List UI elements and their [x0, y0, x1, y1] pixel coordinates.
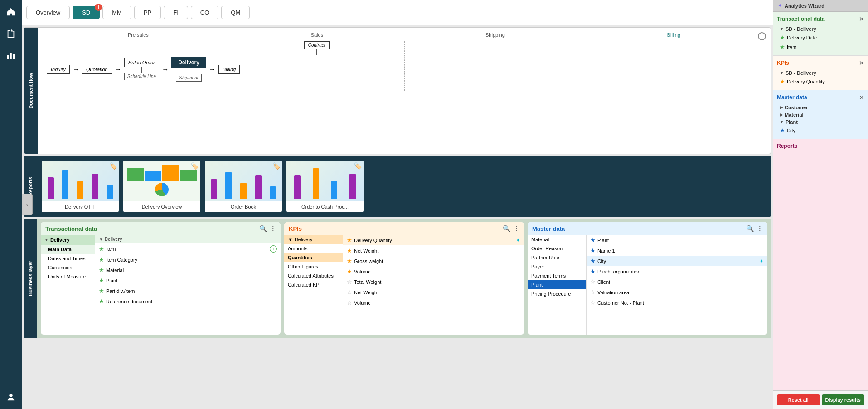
master-item-name1[interactable]: ★ Name 1: [587, 245, 767, 256]
kpis-calc-attrs[interactable]: Calculated Attributes: [284, 271, 343, 280]
trans-item-refdoc[interactable]: ★ Reference document: [95, 296, 281, 307]
right-master-section: Master data ✕ ▶ Customer ▶ Material ▼ Pl…: [773, 90, 868, 139]
tab-qm[interactable]: QM: [221, 6, 250, 19]
master-item-city[interactable]: ★ City ✦: [587, 256, 767, 266]
transactional-search-icon[interactable]: 🔍: [259, 225, 267, 232]
report-icon-1: 🏷️: [109, 162, 117, 170]
master-item-valuation[interactable]: ☆ Valuation area: [587, 287, 767, 297]
tree-main-data[interactable]: Main Data: [41, 245, 95, 254]
trans-item-category[interactable]: ★ Item Category: [95, 254, 281, 265]
trans-item-plant[interactable]: ★ Plant: [95, 275, 281, 286]
kpis-volume[interactable]: ★ Volume: [343, 266, 524, 277]
trans-refdoc-label: Reference document: [106, 299, 152, 304]
trans-item-material[interactable]: ★ Material: [95, 265, 281, 275]
grossw-star-icon: ★: [347, 258, 352, 264]
collapse-sidebar-button[interactable]: ‹: [22, 194, 33, 215]
flow-phases: Pre sales Sales Shipping Billing: [47, 32, 761, 38]
transactional-panel-icons: 🔍 ⋮: [259, 225, 276, 232]
kpis-delivery-label: Delivery: [295, 237, 313, 242]
tree-currencies[interactable]: Currencies: [41, 263, 95, 272]
right-plant-category[interactable]: ▼ Plant: [777, 118, 864, 126]
tab-fi[interactable]: FI: [164, 6, 188, 19]
master-name1-label: Name 1: [597, 248, 615, 253]
right-sd-delivery-category[interactable]: ▼ SD - Delivery: [777, 25, 864, 33]
tab-co[interactable]: CO: [191, 6, 219, 19]
display-results-button[interactable]: Display results: [822, 394, 865, 405]
svg-rect-0: [7, 55, 9, 59]
master-payment-terms[interactable]: Payment Terms: [528, 271, 586, 280]
tab-mm[interactable]: MM: [102, 6, 131, 19]
report-label-3: Order Book: [205, 201, 282, 212]
trans-item-item[interactable]: ★ Item +: [95, 243, 281, 254]
city-sparkle-icon: ✦: [759, 258, 764, 264]
right-master-title: Master data: [777, 94, 807, 101]
tree-delivery-header[interactable]: ▼ Delivery: [41, 235, 95, 245]
reset-all-button[interactable]: Reset all: [777, 394, 820, 405]
right-customer-category[interactable]: ▶ Customer: [777, 104, 864, 111]
right-kpis-close-icon[interactable]: ✕: [859, 59, 864, 67]
sidebar-icon-book[interactable]: [4, 26, 18, 41]
tab-sd[interactable]: SD 1: [73, 6, 100, 19]
kpis-delivery-qty[interactable]: ★ Delivery Quantity ✦: [343, 235, 524, 245]
kpis-calc-kpi[interactable]: Calculated KPI: [284, 280, 343, 289]
trans-item-partdlv[interactable]: ★ Part.dlv./item: [95, 286, 281, 296]
master-plant[interactable]: Plant: [528, 280, 586, 289]
report-image-3: 🏷️: [205, 161, 282, 201]
kpis-net-weight2[interactable]: ☆ Net Weight: [343, 287, 524, 297]
right-material-category[interactable]: ▶ Material: [777, 111, 864, 118]
kpis-delivery-expand-icon: ▼: [288, 237, 293, 242]
report-card-delivery-overview[interactable]: 🏷️: [123, 161, 200, 212]
kpis-other-figures[interactable]: Other Figures: [284, 262, 343, 271]
right-transactional-close-icon[interactable]: ✕: [859, 15, 864, 23]
kpis-amounts[interactable]: Amounts: [284, 244, 343, 253]
tab-overview[interactable]: Overview: [26, 6, 70, 19]
kpis-net-weight[interactable]: ★ Net Weight: [343, 245, 524, 256]
tab-pp[interactable]: PP: [134, 6, 161, 19]
master-item-client[interactable]: ☆ Client: [587, 277, 767, 287]
tree-delivery-label: Delivery: [50, 237, 70, 243]
right-kpis-sd-label: SD - Delivery: [786, 70, 816, 76]
master-menu-icon[interactable]: ⋮: [756, 225, 763, 232]
master-left-column: Material Order Reason Partner Role Payer…: [528, 235, 587, 335]
report-card-delivery-otif[interactable]: 🏷️ Delivery OTIF: [42, 161, 119, 212]
master-item-plant[interactable]: ★ Plant: [587, 235, 767, 245]
reports-content: 🏷️ Delivery OTIF 🏷️: [37, 156, 771, 217]
master-payer[interactable]: Payer: [528, 262, 586, 271]
kpis-menu-icon[interactable]: ⋮: [513, 225, 519, 232]
kpis-quantities[interactable]: Quantities: [284, 253, 343, 262]
category-star-icon: ★: [99, 256, 104, 263]
sidebar-icon-home[interactable]: [4, 5, 18, 19]
kpis-search-icon[interactable]: 🔍: [503, 225, 510, 232]
tree-units[interactable]: Units of Measure: [41, 272, 95, 281]
right-kpis-header: KPIs ✕: [777, 59, 864, 67]
kpis-delivery-header[interactable]: ▼ Delivery: [284, 235, 343, 244]
right-item-label: Item: [787, 44, 796, 50]
master-partner-role[interactable]: Partner Role: [528, 253, 586, 262]
master-search-icon[interactable]: 🔍: [746, 225, 754, 232]
master-item-purch-org[interactable]: ★ Purch. organization: [587, 266, 767, 277]
tree-dates-times[interactable]: Dates and Times: [41, 254, 95, 263]
report-label-2: Delivery Overview: [123, 201, 200, 212]
master-order-reason[interactable]: Order Reason: [528, 244, 586, 253]
kpis-total-weight[interactable]: ☆ Total Weight: [343, 277, 524, 287]
delqty-star-icon: ★: [347, 237, 352, 243]
kpis-gross-weight[interactable]: ★ Gross weight: [343, 256, 524, 266]
transactional-panel-body: ▼ Delivery Main Data Dates and Times Cur…: [41, 235, 281, 335]
report-card-order-book[interactable]: 🏷️ Order Book: [205, 161, 282, 212]
master-pricing-proc[interactable]: Pricing Procedure: [528, 289, 586, 298]
right-master-close-icon[interactable]: ✕: [859, 94, 864, 101]
sidebar-icon-user[interactable]: [4, 390, 18, 404]
item-add-icon[interactable]: +: [270, 245, 277, 253]
mcity-star-icon: ★: [590, 258, 596, 264]
kpis-other-label: Other Figures: [288, 264, 318, 269]
report-chart-4: [286, 161, 364, 201]
right-kpis-sd-delivery-category[interactable]: ▼ SD - Delivery: [777, 69, 864, 77]
master-material[interactable]: Material: [528, 235, 586, 244]
transactional-menu-icon[interactable]: ⋮: [270, 225, 276, 232]
master-item-custno[interactable]: ☆ Customer No. - Plant: [587, 297, 767, 308]
report-card-order-cash[interactable]: 🏷️ Order to Cash Proc...: [286, 161, 364, 212]
sidebar-icon-chart[interactable]: [4, 48, 18, 63]
business-layer-label: Business layer: [24, 219, 37, 338]
report-icon-4: 🏷️: [354, 162, 362, 170]
kpis-volume2[interactable]: ☆ Volume: [343, 297, 524, 308]
